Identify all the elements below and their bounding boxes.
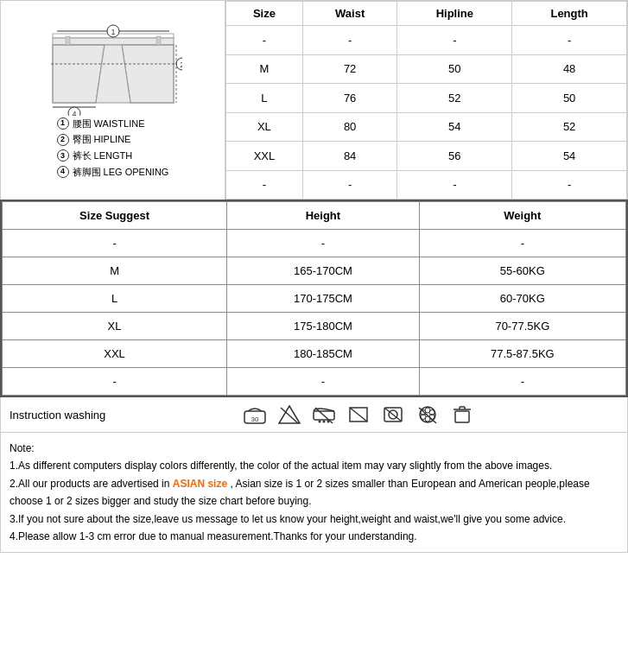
wash-icon-dry-clean <box>415 404 440 425</box>
table-row: ---- <box>226 170 627 200</box>
svg-point-23 <box>323 421 326 423</box>
note-line-4: 4.Please allow 1-3 cm error due to manua… <box>10 528 618 545</box>
washing-section: Instruction washing 30 <box>0 397 628 433</box>
svg-rect-6 <box>156 36 161 45</box>
table-row: XL175-180CM70-77.5KG <box>3 313 626 340</box>
svg-text:2: 2 <box>180 60 182 69</box>
wash-icon-no-tumble <box>381 404 405 425</box>
washing-label: Instruction washing <box>10 409 234 422</box>
svg-rect-5 <box>66 36 70 45</box>
legend-area: 1 腰围 WAISTLINE 2 臀围 HIPLINE 3 裤长 LENGTH … <box>57 116 169 181</box>
table-row: M725048 <box>226 54 627 84</box>
shorts-diagram: 1 2 4 <box>44 21 182 116</box>
table-row: XL805452 <box>226 112 627 142</box>
diagram-area: 1 2 4 1 腰围 WAISTLINE 2 臀围 HIPLINE 3 裤长 <box>1 1 225 200</box>
table-row: --- <box>3 368 626 396</box>
suggest-col-height: Height <box>227 202 420 230</box>
svg-text:1: 1 <box>111 28 115 36</box>
legend-item-3: 3 裤长 LENGTH <box>57 148 169 164</box>
legend-item-4: 4 裤脚围 LEG OPENING <box>57 164 169 181</box>
table-row: M165-170CM55-60KG <box>3 257 626 285</box>
wash-icon-square <box>346 404 371 425</box>
table-row: XXL180-185CM77.5-87.5KG <box>3 340 626 368</box>
washing-icons: 30 <box>234 404 618 425</box>
wash-icon-basin: 30 <box>243 404 267 425</box>
wash-icon-iron <box>312 404 336 425</box>
measure-table: Size Waist Hipline Length ----M725048L76… <box>225 1 627 200</box>
measure-col-size: Size <box>226 2 303 26</box>
note-line-2: 2.All our products are advertised in ASI… <box>10 475 618 510</box>
table-row: XXL845654 <box>226 142 627 171</box>
suggest-section: Size Suggest Height Weight ---M165-170CM… <box>0 200 628 397</box>
table-row: --- <box>3 230 626 257</box>
suggest-col-weight: Weight <box>419 202 625 230</box>
measure-col-hipline: Hipline <box>397 2 512 26</box>
wash-icon-no-bleach <box>277 404 301 425</box>
svg-rect-39 <box>455 411 469 422</box>
svg-text:4: 4 <box>72 110 76 116</box>
note-section: Note: 1.As different computers display c… <box>0 433 628 553</box>
measure-col-length: Length <box>512 2 627 26</box>
table-row: L765250 <box>226 84 627 113</box>
legend-item-1: 1 腰围 WAISTLINE <box>57 116 169 132</box>
legend-item-2: 2 臀围 HIPLINE <box>57 131 169 148</box>
svg-text:30: 30 <box>251 415 259 423</box>
note-title: Note: <box>10 440 618 457</box>
note-line-1: 1.As different computers display colors … <box>10 457 618 474</box>
suggest-col-size: Size Suggest <box>3 202 227 230</box>
svg-point-22 <box>319 421 321 423</box>
svg-line-27 <box>350 408 367 422</box>
measure-col-waist: Waist <box>302 2 397 26</box>
wash-icon-hand-wash <box>450 404 474 425</box>
table-row: L170-175CM60-70KG <box>3 285 626 313</box>
asian-size-highlight: ASIAN size <box>173 478 227 490</box>
note-line-3: 3.If you not sure about the size,leave u… <box>10 510 618 528</box>
top-section: 1 2 4 1 腰围 WAISTLINE 2 臀围 HIPLINE 3 裤长 <box>0 0 628 200</box>
table-row: ---- <box>226 26 627 55</box>
svg-rect-1 <box>53 38 174 45</box>
